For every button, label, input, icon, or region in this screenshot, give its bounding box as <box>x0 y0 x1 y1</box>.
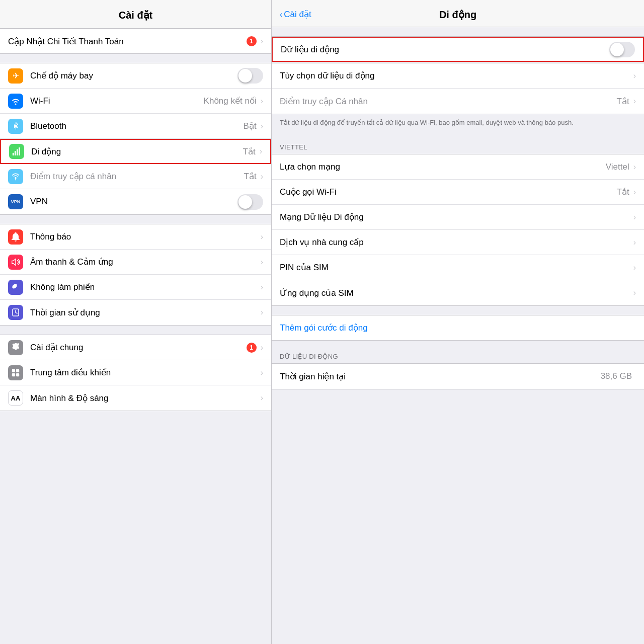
notifications-label: Thông báo <box>30 232 261 242</box>
screentime-chevron: › <box>261 308 263 317</box>
mobile-data-network-item[interactable]: Mạng Dữ liệu Di động › <box>272 205 644 230</box>
airplane-toggle[interactable] <box>237 68 263 84</box>
sim-pin-item[interactable]: PIN của SIM › <box>272 255 644 280</box>
hotspot-value: Tắt <box>244 171 257 182</box>
svg-rect-0 <box>13 153 14 155</box>
sim-apps-item[interactable]: Ứng dụng của SIM › <box>272 280 644 305</box>
controlcenter-chevron: › <box>261 368 263 377</box>
payment-chevron: › <box>261 37 263 46</box>
sim-pin-label: PIN của SIM <box>280 262 633 273</box>
hotspot-item[interactable]: Điểm truy cập cá nhân Tắt › <box>0 164 271 189</box>
dnd-chevron: › <box>261 283 263 292</box>
cellular-data-item[interactable]: Dữ liệu di động <box>272 37 644 62</box>
general-list: Cài đặt chung 1 › Trung tâm điều khiển › <box>0 335 271 411</box>
mobile-data-network-chevron: › <box>633 213 636 222</box>
current-period-item[interactable]: Thời gian hiện tại 38,6 GB <box>272 364 644 389</box>
options-item[interactable]: Tùy chọn dữ liệu di động › <box>272 63 644 89</box>
personal-hotspot-item[interactable]: Điểm truy cập Cá nhân Tắt › <box>272 89 644 114</box>
vpn-icon: VPN <box>8 194 23 209</box>
screentime-icon <box>8 305 23 320</box>
svg-rect-1 <box>15 151 16 155</box>
add-plan-group: Thêm gói cước di động <box>272 315 644 341</box>
screentime-item[interactable]: Thời gian sử dụng › <box>0 300 271 325</box>
notifications-group: Thông báo › Âm thanh & Cảm ứng › <box>0 224 271 326</box>
wifi-value: Không kết nối <box>204 96 257 106</box>
sim-apps-chevron: › <box>633 288 636 297</box>
payment-item[interactable]: Cập Nhật Chi Tiết Thanh Toán 1 › <box>0 29 271 54</box>
hotspot-icon <box>8 169 23 184</box>
right-header: ‹ Cài đặt Di động <box>272 0 644 27</box>
add-plan-label: Thêm gói cước di động <box>280 323 368 333</box>
network-select-value: Viettel <box>606 162 629 172</box>
screentime-label: Thời gian sử dụng <box>30 307 261 318</box>
svg-rect-7 <box>12 369 15 372</box>
sim-pin-chevron: › <box>633 263 636 272</box>
network-select-chevron: › <box>633 163 636 172</box>
payment-badge: 1 <box>247 36 257 46</box>
cellular-value: Tắt <box>243 146 256 157</box>
right-title: Di động <box>439 9 476 21</box>
display-item[interactable]: AA Màn hình & Độ sáng › <box>0 385 271 411</box>
cellular-label: Di động <box>31 146 243 157</box>
vpn-toggle[interactable] <box>237 194 263 210</box>
vpn-item[interactable]: VPN VPN <box>0 189 271 214</box>
cellular-data-group: Dữ liệu di động <box>272 36 644 62</box>
dnd-label: Không làm phiền <box>30 282 261 292</box>
wifi-calling-label: Cuộc gọi Wi-Fi <box>280 187 617 197</box>
left-header: Cài đặt <box>0 0 271 29</box>
notifications-chevron: › <box>261 232 263 242</box>
cellular-data-toggle-thumb <box>610 43 624 56</box>
add-plan-item[interactable]: Thêm gói cước di động <box>272 315 644 341</box>
vpn-toggle-thumb <box>238 195 252 209</box>
dnd-item[interactable]: Không làm phiền › <box>0 275 271 300</box>
notifications-list: Thông báo › Âm thanh & Cảm ứng › <box>0 224 271 326</box>
wifi-calling-item[interactable]: Cuộc gọi Wi-Fi Tắt › <box>272 180 644 205</box>
sim-apps-label: Ứng dụng của SIM <box>280 288 633 298</box>
bluetooth-item[interactable]: Bluetooth Bật › <box>0 114 271 139</box>
cellular-data-list: Dữ liệu di động <box>272 36 644 62</box>
cellular-data-toggle[interactable] <box>609 42 635 57</box>
hotspot-chevron: › <box>261 172 263 181</box>
back-chevron-icon: ‹ <box>280 10 282 19</box>
svg-rect-9 <box>12 373 15 376</box>
description-text: Tắt dữ liệu di động để truyền tất cả dữ … <box>272 114 644 131</box>
network-select-item[interactable]: Lựa chọn mạng Viettel › <box>272 154 644 180</box>
controlcenter-item[interactable]: Trung tâm điều khiển › <box>0 360 271 385</box>
options-label: Tùy chọn dữ liệu di động <box>280 70 633 81</box>
airplane-item[interactable]: ✈ Chế độ máy bay <box>0 63 271 89</box>
cellular-item[interactable]: Di động Tắt › <box>0 139 271 164</box>
svg-rect-3 <box>19 147 20 155</box>
general-label: Cài đặt chung <box>30 342 247 353</box>
personal-hotspot-label: Điểm truy cập Cá nhân <box>280 96 617 107</box>
wifi-item[interactable]: Wi-Fi Không kết nối › <box>0 89 271 114</box>
general-item[interactable]: Cài đặt chung 1 › <box>0 335 271 360</box>
hotspot-label: Điểm truy cập cá nhân <box>30 171 244 182</box>
mobile-data-section-label: DỮ LIỆU DI ĐỘNG <box>272 350 644 363</box>
bluetooth-label: Bluetooth <box>30 121 244 131</box>
svg-point-4 <box>15 177 17 179</box>
general-icon <box>8 340 23 355</box>
options-chevron: › <box>633 71 636 80</box>
back-button[interactable]: ‹ Cài đặt <box>280 9 311 20</box>
options-group: Tùy chọn dữ liệu di động › Điểm truy cập… <box>272 63 644 114</box>
airplane-icon: ✈ <box>8 68 23 84</box>
sounds-label: Âm thanh & Cảm ứng <box>30 257 261 267</box>
mobile-data-network-label: Mạng Dữ liệu Di động <box>280 212 633 222</box>
display-label: Màn hình & Độ sáng <box>30 393 261 404</box>
svg-rect-2 <box>17 149 18 156</box>
carrier-services-item[interactable]: Dịch vụ nhà cung cấp › <box>272 230 644 255</box>
notifications-item[interactable]: Thông báo › <box>0 224 271 250</box>
svg-rect-10 <box>16 373 19 376</box>
airplane-label: Chế độ máy bay <box>30 70 237 81</box>
bluetooth-value: Bật <box>244 121 257 131</box>
general-group: Cài đặt chung 1 › Trung tâm điều khiển › <box>0 335 271 411</box>
viettel-list: Lựa chọn mạng Viettel › Cuộc gọi Wi-Fi T… <box>272 154 644 306</box>
sounds-item[interactable]: Âm thanh & Cảm ứng › <box>0 250 271 275</box>
carrier-services-label: Dịch vụ nhà cung cấp <box>280 237 633 248</box>
sounds-chevron: › <box>261 258 263 267</box>
personal-hotspot-value: Tắt <box>617 96 629 107</box>
wifi-icon <box>8 94 23 109</box>
wifi-chevron: › <box>261 97 263 106</box>
display-icon: AA <box>8 390 23 406</box>
options-list: Tùy chọn dữ liệu di động › Điểm truy cập… <box>272 63 644 114</box>
